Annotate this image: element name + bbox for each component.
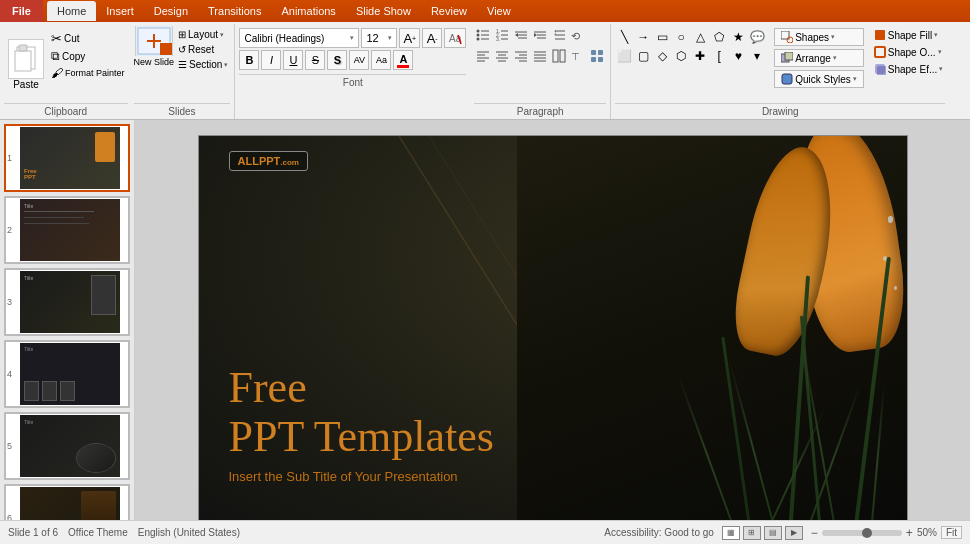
arrange-dropdown-arrow: ▾: [833, 54, 837, 62]
new-slide-button[interactable]: New Slide: [134, 26, 175, 67]
file-tab[interactable]: File: [0, 0, 43, 22]
shape-callout[interactable]: 💬: [748, 28, 766, 46]
shape-arrow[interactable]: →: [634, 28, 652, 46]
paragraph-content: 1.2.3. ↕ ⟲: [474, 26, 606, 101]
zoom-out-button[interactable]: −: [811, 526, 818, 540]
view-buttons: ▦ ⊞ ▤ ▶: [722, 526, 803, 540]
tab-slideshow[interactable]: Slide Show: [346, 1, 421, 21]
italic-button[interactable]: I: [261, 50, 281, 70]
align-right-button[interactable]: [512, 47, 530, 65]
slide-subtitle: Insert the Sub Title of Your Presentatio…: [229, 469, 494, 484]
clear-format-button[interactable]: Aa: [444, 28, 466, 48]
bullets-button[interactable]: [474, 26, 492, 44]
align-center-button[interactable]: [493, 47, 511, 65]
shape-rect2[interactable]: ⬜: [615, 47, 633, 65]
drawing-label: Drawing: [615, 103, 945, 119]
shape-rect[interactable]: ▭: [653, 28, 671, 46]
shape-hexagon[interactable]: ⬡: [672, 47, 690, 65]
columns-button[interactable]: [550, 47, 568, 65]
paste-button[interactable]: Paste: [4, 28, 48, 101]
shape-bracket[interactable]: [: [710, 47, 728, 65]
slide-thumb-2[interactable]: 2 Title: [4, 196, 130, 264]
format-painter-button[interactable]: 🖌 Format Painter: [48, 65, 128, 81]
slide-canvas[interactable]: ALLPPT.com Free PPT Templates Insert the…: [198, 135, 908, 520]
section-button[interactable]: ☰ Section ▾: [176, 58, 230, 71]
tab-insert[interactable]: Insert: [96, 1, 144, 21]
slide-thumb-3[interactable]: 3 Title: [4, 268, 130, 336]
zoom-slider[interactable]: [822, 530, 902, 536]
tab-review[interactable]: Review: [421, 1, 477, 21]
svg-rect-60: [785, 52, 793, 60]
fit-page-button[interactable]: Fit: [941, 526, 962, 539]
zoom-level: 50%: [917, 527, 937, 538]
line-spacing-button[interactable]: ↕: [550, 26, 568, 44]
align-text-button[interactable]: ⊤: [569, 47, 587, 65]
reading-view-button[interactable]: ▤: [764, 526, 782, 540]
slide-thumb-4[interactable]: 4 Title: [4, 340, 130, 408]
shape-outline-button[interactable]: Shape O... ▾: [872, 45, 945, 59]
slide-text-area[interactable]: Free PPT Templates Insert the Sub Title …: [229, 364, 494, 484]
shape-effects-button[interactable]: Shape Ef... ▾: [872, 62, 945, 76]
slide-count: Slide 1 of 6: [8, 527, 58, 538]
shape-triangle[interactable]: △: [691, 28, 709, 46]
decrease-font-button[interactable]: A-: [422, 28, 442, 48]
shape-more[interactable]: ▾: [748, 47, 766, 65]
svg-point-11: [477, 34, 480, 37]
flower-area: [517, 136, 906, 520]
text-shadow-button[interactable]: S: [327, 50, 347, 70]
shape-pentagon[interactable]: ⬠: [710, 28, 728, 46]
cut-icon: ✂: [51, 31, 62, 46]
layout-button[interactable]: ⊞ Layout ▾: [176, 28, 230, 41]
decrease-indent-button[interactable]: [512, 26, 530, 44]
tab-animations[interactable]: Animations: [271, 1, 345, 21]
section-icon: ☰: [178, 59, 187, 70]
tab-view[interactable]: View: [477, 1, 521, 21]
slide-thumbnail-5: Title: [20, 415, 120, 477]
smartart-button[interactable]: [588, 47, 606, 65]
slide-thumb-1[interactable]: 1 FreePPT: [4, 124, 130, 192]
shape-plus[interactable]: ✚: [691, 47, 709, 65]
shape-fill-button[interactable]: Shape Fill ▾: [872, 28, 945, 42]
char-spacing-button[interactable]: AV: [349, 50, 369, 70]
slideshow-button[interactable]: ▶: [785, 526, 803, 540]
increase-font-button[interactable]: A+: [399, 28, 420, 48]
slide-thumb-5[interactable]: 5 Title: [4, 412, 130, 480]
shape-diamond[interactable]: ◇: [653, 47, 671, 65]
bold-button[interactable]: B: [239, 50, 259, 70]
numbering-button[interactable]: 1.2.3.: [493, 26, 511, 44]
font-name-selector[interactable]: Calibri (Headings) ▾: [239, 28, 359, 48]
font-size-selector[interactable]: 12 ▾: [361, 28, 397, 48]
paragraph-group: 1.2.3. ↕ ⟲: [470, 24, 611, 119]
increase-indent-button[interactable]: [531, 26, 549, 44]
shape-line[interactable]: ╲: [615, 28, 633, 46]
slide-thumb-6[interactable]: 6 Title: [4, 484, 130, 520]
normal-view-button[interactable]: ▦: [722, 526, 740, 540]
ribbon: Paste ✂ Cut ⧉ Copy 🖌 Format Painter: [0, 22, 970, 120]
cut-button[interactable]: ✂ Cut: [48, 30, 128, 47]
zoom-controls: − + 50% Fit: [811, 526, 962, 540]
tab-transitions[interactable]: Transitions: [198, 1, 271, 21]
text-case-button[interactable]: Aa: [371, 50, 391, 70]
justify-button[interactable]: [531, 47, 549, 65]
strikethrough-button[interactable]: S: [305, 50, 325, 70]
copy-button[interactable]: ⧉ Copy: [48, 48, 128, 64]
shape-rounded-rect[interactable]: ▢: [634, 47, 652, 65]
font-color-button[interactable]: A: [393, 50, 413, 70]
shapes-button[interactable]: Shapes ▾: [774, 28, 864, 46]
shape-heart[interactable]: ♥: [729, 47, 747, 65]
zoom-in-button[interactable]: +: [906, 526, 913, 540]
shape-oval[interactable]: ○: [672, 28, 690, 46]
theme-name: Office Theme: [68, 527, 128, 538]
tab-home[interactable]: Home: [47, 1, 96, 21]
reset-button[interactable]: ↺ Reset: [176, 43, 230, 56]
arrange-button[interactable]: Arrange ▾: [774, 49, 864, 67]
tab-design[interactable]: Design: [144, 1, 198, 21]
slide-thumbnail-4: Title: [20, 343, 120, 405]
underline-button[interactable]: U: [283, 50, 303, 70]
font-row2: B I U S S AV Aa A: [239, 50, 466, 70]
shape-star[interactable]: ★: [729, 28, 747, 46]
text-direction-button[interactable]: ⟲: [569, 26, 587, 44]
quick-styles-button[interactable]: Quick Styles ▾: [774, 70, 864, 88]
slide-sorter-button[interactable]: ⊞: [743, 526, 761, 540]
align-left-button[interactable]: [474, 47, 492, 65]
